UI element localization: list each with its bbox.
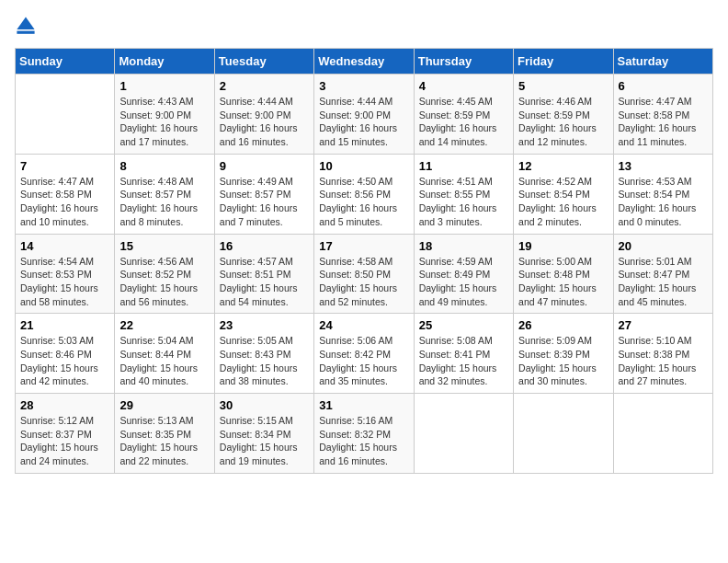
day-info: Sunrise: 5:05 AMSunset: 8:43 PMDaylight:… [220,335,298,386]
day-info: Sunrise: 4:49 AMSunset: 8:57 PMDaylight:… [220,176,298,227]
day-info: Sunrise: 5:00 AMSunset: 8:48 PMDaylight:… [518,256,597,307]
day-info: Sunrise: 4:48 AMSunset: 8:57 PMDaylight:… [119,176,198,227]
day-info: Sunrise: 4:52 AMSunset: 8:54 PMDaylight:… [518,176,597,227]
calendar-cell: 1 Sunrise: 4:43 AMSunset: 9:00 PMDayligh… [115,75,214,155]
day-info: Sunrise: 4:57 AMSunset: 8:51 PMDaylight:… [220,256,298,307]
calendar-cell: 11 Sunrise: 4:51 AMSunset: 8:55 PMDaylig… [414,154,513,234]
day-info: Sunrise: 4:58 AMSunset: 8:50 PMDaylight:… [319,256,397,307]
calendar-cell: 13 Sunrise: 4:53 AMSunset: 8:54 PMDaylig… [613,154,712,234]
day-info: Sunrise: 5:15 AMSunset: 8:34 PMDaylight:… [220,415,298,466]
day-number: 8 [119,159,209,173]
day-number: 31 [319,398,408,412]
day-info: Sunrise: 5:03 AMSunset: 8:46 PMDaylight:… [20,335,98,386]
calendar-cell [16,75,115,155]
calendar-cell: 14 Sunrise: 4:54 AMSunset: 8:53 PMDaylig… [16,234,115,314]
day-info: Sunrise: 5:01 AMSunset: 8:47 PMDaylight:… [619,256,697,307]
day-info: Sunrise: 5:16 AMSunset: 8:32 PMDaylight:… [319,415,397,466]
day-info: Sunrise: 4:44 AMSunset: 9:00 PMDaylight:… [220,96,298,147]
day-number: 25 [419,318,508,332]
calendar-cell: 2 Sunrise: 4:44 AMSunset: 9:00 PMDayligh… [214,75,313,155]
day-number: 14 [20,239,109,253]
day-info: Sunrise: 4:59 AMSunset: 8:49 PMDaylight:… [419,256,497,307]
day-number: 17 [319,239,408,253]
calendar-cell: 16 Sunrise: 4:57 AMSunset: 8:51 PMDaylig… [214,234,313,314]
day-info: Sunrise: 4:43 AMSunset: 9:00 PMDaylight:… [119,96,198,147]
calendar-cell: 24 Sunrise: 5:06 AMSunset: 8:42 PMDaylig… [314,314,414,394]
calendar-cell: 30 Sunrise: 5:15 AMSunset: 8:34 PMDaylig… [214,394,313,474]
day-info: Sunrise: 4:46 AMSunset: 8:59 PMDaylight:… [518,96,597,147]
calendar-cell: 9 Sunrise: 4:49 AMSunset: 8:57 PMDayligh… [214,154,313,234]
calendar-cell: 7 Sunrise: 4:47 AMSunset: 8:58 PMDayligh… [16,154,115,234]
day-number: 4 [419,79,508,93]
day-number: 26 [518,318,608,332]
day-number: 3 [319,79,408,93]
calendar-cell: 29 Sunrise: 5:13 AMSunset: 8:35 PMDaylig… [115,394,214,474]
day-info: Sunrise: 5:04 AMSunset: 8:44 PMDaylight:… [119,335,198,386]
day-number: 24 [319,318,408,332]
day-info: Sunrise: 5:09 AMSunset: 8:39 PMDaylight:… [518,335,597,386]
calendar-cell: 28 Sunrise: 5:12 AMSunset: 8:37 PMDaylig… [16,394,115,474]
day-number: 16 [220,239,309,253]
calendar-table: SundayMondayTuesdayWednesdayThursdayFrid… [15,48,713,474]
svg-rect-1 [17,31,34,34]
day-number: 7 [20,159,109,173]
day-number: 23 [220,318,309,332]
calendar-cell: 31 Sunrise: 5:16 AMSunset: 8:32 PMDaylig… [314,394,414,474]
day-info: Sunrise: 4:47 AMSunset: 8:58 PMDaylight:… [20,176,98,227]
calendar-cell: 12 Sunrise: 4:52 AMSunset: 8:54 PMDaylig… [514,154,613,234]
day-number: 12 [518,159,608,173]
header [15,15,713,37]
day-info: Sunrise: 5:10 AMSunset: 8:38 PMDaylight:… [619,335,697,386]
calendar-cell: 17 Sunrise: 4:58 AMSunset: 8:50 PMDaylig… [314,234,414,314]
day-number: 9 [220,159,309,173]
day-info: Sunrise: 4:56 AMSunset: 8:52 PMDaylight:… [119,256,198,307]
day-info: Sunrise: 5:12 AMSunset: 8:37 PMDaylight:… [20,415,98,466]
day-number: 20 [619,239,708,253]
day-number: 2 [220,79,309,93]
col-header-monday: Monday [115,49,214,75]
calendar-cell: 18 Sunrise: 4:59 AMSunset: 8:49 PMDaylig… [414,234,513,314]
day-info: Sunrise: 4:53 AMSunset: 8:54 PMDaylight:… [619,176,697,227]
calendar-cell [514,394,613,474]
calendar-cell: 20 Sunrise: 5:01 AMSunset: 8:47 PMDaylig… [613,234,712,314]
day-info: Sunrise: 5:13 AMSunset: 8:35 PMDaylight:… [119,415,198,466]
logo-icon [15,15,37,37]
col-header-friday: Friday [514,49,613,75]
calendar-cell: 26 Sunrise: 5:09 AMSunset: 8:39 PMDaylig… [514,314,613,394]
day-number: 29 [119,398,209,412]
calendar-cell: 5 Sunrise: 4:46 AMSunset: 8:59 PMDayligh… [514,75,613,155]
day-number: 19 [518,239,608,253]
day-info: Sunrise: 4:54 AMSunset: 8:53 PMDaylight:… [20,256,98,307]
col-header-tuesday: Tuesday [214,49,313,75]
col-header-saturday: Saturday [613,49,712,75]
calendar-cell: 23 Sunrise: 5:05 AMSunset: 8:43 PMDaylig… [214,314,313,394]
calendar-cell: 4 Sunrise: 4:45 AMSunset: 8:59 PMDayligh… [414,75,513,155]
day-number: 6 [619,79,708,93]
calendar-cell [414,394,513,474]
day-info: Sunrise: 5:08 AMSunset: 8:41 PMDaylight:… [419,335,497,386]
day-info: Sunrise: 4:44 AMSunset: 9:00 PMDaylight:… [319,96,397,147]
day-number: 5 [518,79,608,93]
logo [15,15,40,37]
day-number: 1 [119,79,209,93]
day-info: Sunrise: 5:06 AMSunset: 8:42 PMDaylight:… [319,335,397,386]
day-number: 13 [619,159,708,173]
day-number: 30 [220,398,309,412]
day-number: 27 [619,318,708,332]
calendar-cell: 25 Sunrise: 5:08 AMSunset: 8:41 PMDaylig… [414,314,513,394]
day-number: 22 [119,318,209,332]
day-number: 11 [419,159,508,173]
calendar-cell [613,394,712,474]
day-number: 18 [419,239,508,253]
col-header-thursday: Thursday [414,49,513,75]
col-header-sunday: Sunday [16,49,115,75]
col-header-wednesday: Wednesday [314,49,414,75]
calendar-cell: 21 Sunrise: 5:03 AMSunset: 8:46 PMDaylig… [16,314,115,394]
day-number: 10 [319,159,408,173]
calendar-cell: 6 Sunrise: 4:47 AMSunset: 8:58 PMDayligh… [613,75,712,155]
day-number: 15 [119,239,209,253]
calendar-cell: 3 Sunrise: 4:44 AMSunset: 9:00 PMDayligh… [314,75,414,155]
calendar-cell: 10 Sunrise: 4:50 AMSunset: 8:56 PMDaylig… [314,154,414,234]
calendar-cell: 19 Sunrise: 5:00 AMSunset: 8:48 PMDaylig… [514,234,613,314]
calendar-cell: 15 Sunrise: 4:56 AMSunset: 8:52 PMDaylig… [115,234,214,314]
